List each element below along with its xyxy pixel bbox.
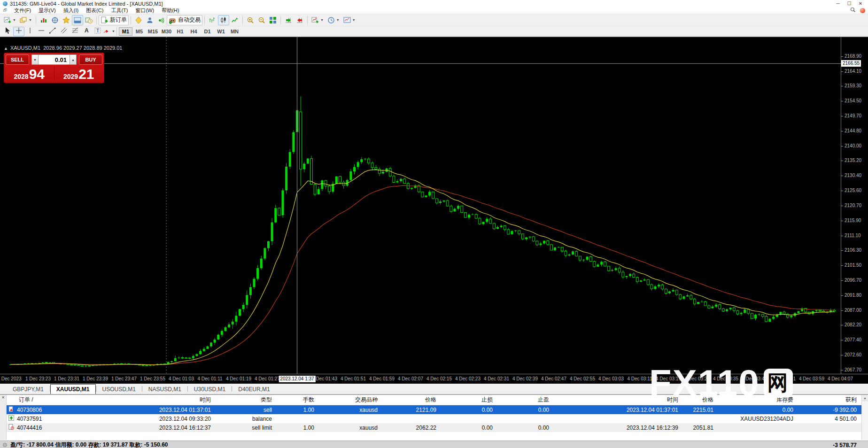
zoom-out-button[interactable] — [256, 15, 267, 25]
menu-item[interactable]: 图表(C) — [82, 7, 107, 14]
column-header[interactable]: 交易品种 — [319, 396, 382, 404]
volume-increase-button[interactable]: ▲ — [70, 54, 77, 65]
column-header[interactable]: 价格 — [382, 396, 441, 404]
terminal-button[interactable] — [72, 15, 83, 25]
terminal-scrollbar[interactable]: ▲ — [861, 395, 868, 440]
time-tick: 1 Dec 23:47 — [111, 376, 137, 381]
chart-tab-d40eur-m1[interactable]: D40EUR,M1 — [232, 384, 276, 394]
metaeditor-button[interactable] — [133, 15, 144, 25]
chart-tab-nasusd-m1[interactable]: NASUSD,M1 — [142, 384, 187, 394]
timeframe-h1-button[interactable]: H1 — [173, 27, 187, 36]
zoom-in-button[interactable] — [245, 15, 256, 25]
chevron-down-icon[interactable]: ▼ — [29, 18, 32, 22]
chart-tab-gbpjpy-m1[interactable]: GBPJPY,M1 — [7, 384, 50, 394]
timeframe-w1-button[interactable]: W1 — [214, 27, 228, 36]
data-window-button[interactable] — [49, 15, 61, 25]
vertical-line-tool-button[interactable] — [24, 27, 36, 36]
trendline-tool-button[interactable] — [47, 27, 58, 36]
timeframe-h4-button[interactable]: H4 — [187, 27, 201, 36]
price-tick: 2140.00 — [841, 143, 868, 149]
sell-button[interactable]: SELL — [6, 54, 29, 65]
terminal-left-strip: ✕ — [0, 395, 7, 440]
tile-windows-button[interactable] — [267, 15, 279, 25]
order-row[interactable]: 407375912023.12.04 09:33:20balanceXAUUSD… — [7, 414, 861, 423]
community-button[interactable] — [144, 15, 155, 25]
menu-item[interactable]: 帮助(H) — [158, 7, 183, 14]
column-header[interactable]: 止损 — [441, 396, 497, 404]
auto-scroll-button[interactable] — [283, 15, 294, 25]
column-header[interactable]: 止盈 — [497, 396, 554, 404]
horizontal-line-tool-button[interactable] — [36, 27, 47, 36]
candle-chart-button[interactable] — [218, 15, 229, 25]
order-cell: 2023.12.04 01:37:01 — [115, 407, 216, 413]
navigator-button[interactable] — [61, 15, 72, 25]
arrows-tool-button[interactable]: ▼ — [103, 27, 115, 36]
menu-item[interactable]: 显示(V) — [35, 7, 60, 14]
panel-collapse-icon[interactable]: ▲ — [4, 46, 8, 51]
column-header[interactable]: 时间 — [115, 396, 216, 404]
menu-item[interactable]: 文件(F) — [10, 7, 35, 14]
text-label-tool-button[interactable]: T — [92, 27, 103, 36]
equidistant-channel-tool-button[interactable] — [58, 27, 70, 36]
column-header[interactable]: 订单 / — [7, 396, 115, 404]
timeframe-mn-button[interactable]: MN — [228, 27, 241, 36]
summary-text: 盈/亏: -17 800.04 信用额: 0.00 存款: 19 371.87 … — [10, 441, 168, 448]
price-axis[interactable]: 2166.55 2168.902164.102159.302154.502149… — [841, 37, 868, 374]
price-tick: 2168.90 — [841, 54, 868, 59]
chart-tab-u30usd-m1[interactable]: U30USD,M1 — [188, 384, 232, 394]
bar-chart-button[interactable] — [207, 15, 218, 25]
chevron-down-icon[interactable]: ▼ — [336, 18, 340, 22]
text-tool-button[interactable]: A — [81, 27, 92, 36]
buy-button[interactable]: BUY — [79, 54, 102, 65]
chevron-down-icon[interactable]: ▼ — [13, 18, 16, 22]
crosshair-tool-button[interactable] — [13, 27, 24, 36]
timeframe-m1-button[interactable]: M1 — [119, 27, 132, 36]
order-row[interactable]: 407308062023.12.04 01:37:01sell1.00xauus… — [7, 405, 861, 414]
chevron-down-icon[interactable]: ▼ — [352, 18, 356, 22]
line-chart-button[interactable] — [229, 15, 240, 25]
search-icon[interactable] — [849, 6, 857, 15]
scroll-up-icon[interactable]: ▲ — [862, 395, 868, 401]
buy-price[interactable]: 2029 21 — [55, 66, 103, 81]
order-cell: xauusd — [319, 425, 382, 431]
menu-item[interactable]: 工具(T) — [107, 7, 132, 14]
chevron-down-icon[interactable]: ▼ — [320, 18, 324, 22]
candlestick-chart[interactable] — [0, 37, 841, 374]
indicators-button[interactable]: ▼ — [310, 15, 326, 25]
volume-decrease-button[interactable]: ▼ — [31, 54, 39, 65]
column-header[interactable]: 类型 — [216, 396, 277, 404]
timeframe-m15-button[interactable]: M15 — [146, 27, 160, 36]
timeframe-m30-button[interactable]: M30 — [160, 27, 173, 36]
menu-item[interactable]: 插入(I) — [60, 7, 82, 14]
strategy-tester-button[interactable] — [83, 15, 94, 25]
chart-shift-button[interactable] — [294, 15, 305, 25]
market-watch-button[interactable] — [38, 15, 49, 25]
volume-input[interactable]: 0.01 — [39, 54, 70, 65]
price-tick: 2125.60 — [841, 188, 868, 193]
terminal-close-icon[interactable]: ✕ — [0, 395, 6, 401]
profiles-button[interactable]: ▼ — [18, 15, 34, 25]
sell-price[interactable]: 2028 94 — [6, 66, 53, 81]
new-order-button[interactable]: 新订单 — [99, 15, 129, 25]
chart-tab-usousd-m1[interactable]: USOUSD,M1 — [96, 384, 142, 394]
timeframe-d1-button[interactable]: D1 — [201, 27, 214, 36]
chevron-down-icon[interactable]: ▼ — [112, 30, 115, 33]
chart-region[interactable]: 2166.55 2168.902164.102159.302154.502149… — [0, 37, 868, 383]
templates-button[interactable]: ▼ — [341, 15, 357, 25]
price-tick: 2135.20 — [841, 158, 868, 163]
fibonacci-tool-button[interactable] — [70, 27, 81, 36]
minimize-button[interactable]: ─ — [832, 0, 844, 7]
community-ball-icon[interactable] — [860, 8, 865, 13]
timeframe-m5-button[interactable]: M5 — [132, 27, 146, 36]
column-header[interactable]: 获利 — [798, 396, 861, 404]
signals-button[interactable] — [155, 15, 167, 25]
chart-tab-xauusd-m1[interactable]: XAUUSD,M1 — [50, 384, 96, 394]
autotrading-button[interactable]: 自动交易 — [167, 15, 202, 25]
cursor-tool-button[interactable] — [2, 27, 13, 36]
periods-button[interactable]: ▼ — [326, 15, 341, 25]
time-tick: 1 Dec 23:55 — [140, 376, 165, 381]
menu-item[interactable]: 窗口(W) — [132, 7, 158, 14]
order-row[interactable]: 407444162023.12.04 16:12:37sell limit1.0… — [7, 423, 861, 432]
new-chart-button[interactable]: ▼ — [2, 15, 18, 25]
column-header[interactable]: 手数 — [277, 396, 319, 404]
